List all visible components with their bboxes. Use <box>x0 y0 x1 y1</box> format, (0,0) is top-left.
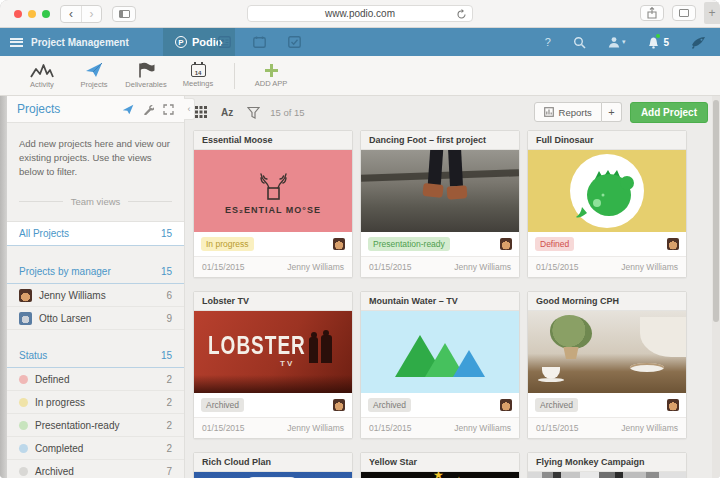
status-group-count: 15 <box>161 350 172 361</box>
add-app-button[interactable]: ADD APP <box>245 64 297 88</box>
hamburger-menu-icon[interactable] <box>10 38 23 47</box>
reload-icon[interactable] <box>456 9 467 20</box>
app-badge-icon[interactable] <box>122 104 134 115</box>
project-card-image[interactable]: LOBSTER TV <box>194 311 352 393</box>
new-tab-button[interactable]: + <box>704 2 720 24</box>
help-icon[interactable]: ? <box>545 36 551 48</box>
project-card-image[interactable]: ★ ★ ★ ★ ★ <box>361 472 519 478</box>
reports-icon <box>544 107 554 117</box>
project-card-image[interactable] <box>194 472 352 478</box>
project-card[interactable]: Lobster TV LOBSTER TV Archived 01/15/201… <box>193 291 353 439</box>
project-card-title[interactable]: Full Dinosaur <box>528 131 686 150</box>
avatar[interactable] <box>333 399 345 411</box>
zoom-window-button[interactable] <box>42 10 50 18</box>
view-all-projects[interactable]: All Projects 15 <box>7 221 184 246</box>
share-button[interactable] <box>640 5 664 21</box>
status-group: Status 15 Defined 2 In progress 2 Presen… <box>7 344 184 478</box>
project-card-image[interactable] <box>528 472 686 478</box>
project-card-image[interactable] <box>528 150 686 232</box>
reports-button[interactable]: Reports <box>534 102 602 122</box>
avatar[interactable] <box>500 399 512 411</box>
add-project-button[interactable]: Add Project <box>630 102 708 123</box>
project-card-title[interactable]: Yellow Star <box>361 453 519 472</box>
app-toolbar: Activity Projects Deliverables 14 Meetin… <box>0 56 720 96</box>
project-card[interactable]: Dancing Foot – first project Presentatio… <box>360 130 520 278</box>
expand-icon[interactable] <box>163 104 174 115</box>
sort-alpha-control[interactable]: Az <box>221 107 233 118</box>
scrollbar[interactable] <box>712 96 720 478</box>
project-card[interactable]: Essential Moose ES₂ENTIAL MO°SE In progr… <box>193 130 353 278</box>
scrollbar-thumb[interactable] <box>713 100 719 322</box>
search-icon[interactable] <box>573 36 586 49</box>
calendar-icon[interactable] <box>253 36 266 48</box>
manager-count: 9 <box>166 313 172 324</box>
project-card-title[interactable]: Essential Moose <box>194 131 352 150</box>
avatar[interactable] <box>333 238 345 250</box>
status-item-presentation-ready[interactable]: Presentation-ready 2 <box>7 414 184 437</box>
avatar[interactable] <box>667 399 679 411</box>
project-card[interactable]: Good Morning CPH Archived 01/15/2015 <box>527 291 687 439</box>
rocket-icon[interactable] <box>691 36 706 49</box>
project-card[interactable]: Yellow Star ★ ★ ★ ★ ★ <box>360 452 520 478</box>
forward-button[interactable]: › <box>81 6 101 22</box>
close-window-button[interactable] <box>14 10 22 18</box>
notifications-control[interactable]: 5 <box>647 36 669 49</box>
back-button[interactable]: ‹ <box>61 6 81 22</box>
wrench-icon[interactable] <box>143 104 154 115</box>
address-bar[interactable]: www.podio.com <box>247 5 473 22</box>
project-card-title[interactable]: Dancing Foot – first project <box>361 131 519 150</box>
toolbar-divider <box>234 63 235 89</box>
card-date: 01/15/2015 <box>202 262 245 272</box>
project-card-title[interactable]: Good Morning CPH <box>528 292 686 311</box>
app-meetings[interactable]: 14 Meetings <box>172 64 224 88</box>
workspace-title[interactable]: Project Management <box>31 37 129 48</box>
project-card[interactable]: Full Dinosaur Defined 01/15/2015 Jenny W… <box>527 130 687 278</box>
project-card[interactable]: Mountain Water – TV Archived 01/15/2015 … <box>360 291 520 439</box>
grid-view-icon[interactable] <box>195 106 207 118</box>
app-activity[interactable]: Activity <box>16 63 68 89</box>
project-card-title[interactable]: Lobster TV <box>194 292 352 311</box>
browser-sidebar-toggle-button[interactable] <box>112 6 136 22</box>
photo-detail <box>640 317 686 357</box>
status-item-in-progress[interactable]: In progress 2 <box>7 391 184 414</box>
project-card[interactable]: Flying Monkey Campaign <box>527 452 687 478</box>
filter-funnel-icon[interactable] <box>247 106 260 119</box>
item-count-label: 15 of 15 <box>270 107 304 118</box>
photo-detail <box>550 315 592 349</box>
sidebar-description: Add new projects here and view our exist… <box>7 123 184 188</box>
avatar[interactable] <box>500 238 512 250</box>
tabs-icon <box>679 9 689 17</box>
avatar[interactable] <box>667 238 679 250</box>
status-group-header[interactable]: Status 15 <box>7 344 184 368</box>
app-projects-label: Projects <box>80 80 107 89</box>
project-card-image[interactable]: ES₂ENTIAL MO°SE <box>194 150 352 232</box>
status-item-defined[interactable]: Defined 2 <box>7 368 184 391</box>
project-card-image[interactable] <box>528 311 686 393</box>
project-card-image[interactable] <box>361 311 519 393</box>
app-deliverables[interactable]: Deliverables <box>120 62 172 89</box>
project-card[interactable]: Rich Cloud Plan <box>193 452 353 478</box>
add-report-button[interactable]: + <box>602 102 622 122</box>
app-projects[interactable]: Projects <box>68 62 120 89</box>
lobster-logo-text: LOBSTER <box>208 331 306 361</box>
minimize-window-button[interactable] <box>28 10 36 18</box>
manager-group-header[interactable]: Projects by manager 15 <box>7 260 184 284</box>
meetings-calendar-icon: 14 <box>191 64 206 77</box>
project-card-title[interactable]: Rich Cloud Plan <box>194 453 352 472</box>
project-card-image[interactable] <box>361 150 519 232</box>
manager-item-otto[interactable]: Otto Larsen 9 <box>7 307 184 330</box>
tab-overview-button[interactable] <box>672 5 696 21</box>
contacts-icon[interactable] <box>218 36 231 48</box>
project-card-title[interactable]: Flying Monkey Campaign <box>528 453 686 472</box>
project-card-title[interactable]: Mountain Water – TV <box>361 292 519 311</box>
status-label: In progress <box>35 397 85 408</box>
user-menu[interactable]: ▾ <box>608 36 626 48</box>
status-count: 7 <box>166 466 172 477</box>
status-item-archived[interactable]: Archived 7 <box>7 460 184 478</box>
card-manager: Jenny Williams <box>454 262 511 272</box>
manager-item-jenny[interactable]: Jenny Williams 6 <box>7 284 184 307</box>
podio-navbar: Project Management P Podio ? ▾ 5 <box>0 28 720 56</box>
tasks-icon[interactable] <box>288 36 301 48</box>
sidebar-collapse-button[interactable]: ‹ <box>184 98 195 120</box>
status-item-completed[interactable]: Completed 2 <box>7 437 184 460</box>
